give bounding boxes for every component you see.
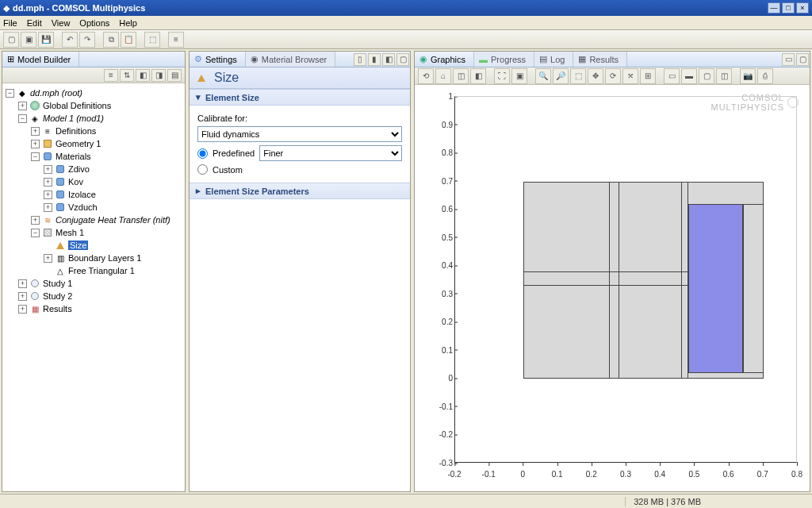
tree-study2-label: Study 2 — [43, 291, 72, 301]
app-icon: ◆ — [3, 3, 10, 13]
tab-model-builder[interactable]: ⊞ Model Builder — [2, 52, 79, 67]
menu-options[interactable]: Options — [79, 18, 109, 28]
tree-mat-vzduch-label: Vzduch — [68, 202, 98, 212]
tree-size[interactable]: Size — [2, 239, 185, 252]
mb-opt2-icon[interactable]: ◨ — [151, 69, 166, 82]
section-element-size[interactable]: ▾Element Size — [190, 89, 410, 106]
model-tree[interactable]: −◆dd.mph (root) +Global Definitions −◈Mo… — [2, 83, 185, 491]
maximize-button[interactable]: □ — [782, 2, 795, 13]
collapse-icon: ▸ — [196, 186, 201, 196]
tb-undo-icon[interactable]: ↶ — [62, 32, 78, 48]
settings-tb2-icon[interactable]: ▮ — [368, 53, 381, 66]
settings-tb3-icon[interactable]: ◧ — [382, 53, 395, 66]
tree-model1-label: Model 1 (mod1) — [43, 114, 104, 123]
material-icon — [56, 165, 64, 173]
mesh-icon — [44, 229, 52, 237]
gtb-rotate-icon[interactable]: ⟳ — [605, 68, 621, 84]
gtb-axis-icon[interactable]: ⤧ — [622, 68, 638, 84]
select-predefined[interactable]: Finer — [259, 145, 402, 161]
mb-opt3-icon[interactable]: ▤ — [167, 69, 182, 82]
tree-results[interactable]: +▦Results — [2, 302, 185, 315]
mb-expand-icon[interactable]: ⇅ — [120, 69, 134, 82]
tree-study1[interactable]: +Study 1 — [2, 277, 185, 290]
label-custom: Custom — [213, 165, 243, 175]
status-memory: 328 MB | 376 MB — [625, 497, 709, 506]
gpanel-min-icon[interactable]: ▭ — [782, 53, 795, 66]
close-button[interactable]: × — [796, 2, 809, 13]
tree-mat-kov-label: Kov — [68, 177, 83, 187]
mb-collapse-icon[interactable]: ≡ — [104, 69, 118, 82]
tab-log[interactable]: ▤Log — [534, 52, 573, 67]
tb-new-icon[interactable]: ▢ — [3, 32, 19, 48]
select-calibrate[interactable]: Fluid dynamics — [197, 126, 402, 142]
menu-edit[interactable]: Edit — [27, 18, 42, 28]
radio-predefined[interactable] — [197, 148, 208, 159]
tree-materials[interactable]: −Materials — [2, 150, 185, 163]
tab-material-browser-label: Material Browser — [262, 55, 327, 64]
minimize-button[interactable]: — — [768, 2, 780, 13]
material-icon — [56, 178, 64, 186]
tree-root-label: dd.mph (root) — [30, 88, 82, 98]
menu-view[interactable]: View — [52, 18, 71, 28]
menu-help[interactable]: Help — [119, 18, 137, 28]
gtb-pan-icon[interactable]: ✥ — [588, 68, 603, 84]
tree-mat-zdivo[interactable]: +Zdivo — [2, 163, 185, 175]
gtb-home-icon[interactable]: ⌂ — [435, 68, 451, 84]
section-element-size-params[interactable]: ▸Element Size Parameters — [190, 183, 410, 199]
tree-freetri[interactable]: △Free Triangular 1 — [2, 264, 185, 277]
tab-graphics[interactable]: ◉Graphics — [415, 52, 474, 67]
tree-definitions[interactable]: +≡Definitions — [2, 125, 185, 137]
tree-geometry[interactable]: +Geometry 1 — [2, 137, 185, 150]
label-calibrate: Calibrate for: — [197, 114, 247, 123]
mb-opt1-icon[interactable]: ◧ — [136, 69, 150, 82]
tb-open-icon[interactable]: ▣ — [21, 32, 36, 48]
gpanel-max-icon[interactable]: ▢ — [796, 53, 809, 66]
tb-save-icon[interactable]: 💾 — [38, 32, 54, 48]
tab-material-browser[interactable]: ◉Material Browser — [246, 52, 336, 67]
tree-root[interactable]: −◆dd.mph (root) — [2, 87, 185, 99]
tb-compute-icon[interactable]: ≡ — [168, 32, 184, 48]
tb-redo-icon[interactable]: ↷ — [79, 32, 95, 48]
settings-tb1-icon[interactable]: ▯ — [354, 53, 366, 66]
tree-mesh[interactable]: −Mesh 1 — [2, 226, 185, 239]
material-icon — [56, 203, 64, 211]
tree-model1[interactable]: −◈Model 1 (mod1) — [2, 112, 185, 125]
tab-settings[interactable]: ⚙Settings — [190, 52, 246, 67]
gtb-zoomsel-icon[interactable]: ⬚ — [570, 68, 586, 84]
tree-study2[interactable]: +Study 2 — [2, 290, 185, 302]
gtb-snapshot-icon[interactable]: 📷 — [740, 68, 756, 84]
gtb-grid-icon[interactable]: ⊞ — [640, 68, 656, 84]
plot-area[interactable]: COMSOLMULTIPHYSICS -0.3-0.2-0.100.10.20.… — [419, 88, 805, 487]
radio-custom[interactable] — [197, 164, 208, 175]
settings-tb4-icon[interactable]: ▢ — [396, 53, 409, 66]
gtb-print-icon[interactable]: ⎙ — [757, 68, 773, 84]
tree-boundary[interactable]: +▥Boundary Layers 1 — [2, 252, 185, 264]
gtb-sel1-icon[interactable]: ▭ — [664, 68, 680, 84]
gtb-view1-icon[interactable]: ◫ — [453, 68, 469, 84]
size-icon — [56, 242, 64, 249]
gtb-zoombox-icon[interactable]: ▣ — [511, 68, 527, 84]
tab-progress[interactable]: ▬Progress — [474, 52, 534, 67]
tab-progress-label: Progress — [491, 55, 526, 64]
gtb-zoomext-icon[interactable]: ⛶ — [494, 68, 510, 84]
gtb-sel2-icon[interactable]: ▬ — [681, 68, 697, 84]
gtb-reset-icon[interactable]: ⟲ — [418, 68, 434, 84]
gtb-view2-icon[interactable]: ◧ — [470, 68, 486, 84]
tb-paste-icon[interactable]: 📋 — [121, 32, 136, 48]
gtb-sel4-icon[interactable]: ◫ — [716, 68, 732, 84]
tree-mat-kov[interactable]: +Kov — [2, 175, 185, 188]
gtb-sel3-icon[interactable]: ▢ — [699, 68, 714, 84]
tab-log-label: Log — [550, 55, 565, 64]
menu-file[interactable]: File — [3, 18, 17, 28]
tree-cht[interactable]: +≋Conjugate Heat Transfer (nitf) — [2, 214, 185, 226]
tree-globaldef[interactable]: +Global Definitions — [2, 99, 185, 112]
gtb-zoomout-icon[interactable]: 🔎 — [553, 68, 569, 84]
tab-results[interactable]: ▦Results — [573, 52, 627, 67]
gtb-zoomin-icon[interactable]: 🔍 — [535, 68, 551, 84]
model-builder-toolbar: ≡ ⇅ ◧ ◨ ▤ — [2, 67, 185, 83]
tb-build-icon[interactable]: ⬚ — [144, 32, 160, 48]
tree-mat-vzduch[interactable]: +Vzduch — [2, 201, 185, 214]
tree-mat-izolace[interactable]: +Izolace — [2, 188, 185, 201]
tb-copy-icon[interactable]: ⧉ — [103, 32, 119, 48]
menu-bar: File Edit View Options Help — [0, 16, 812, 30]
